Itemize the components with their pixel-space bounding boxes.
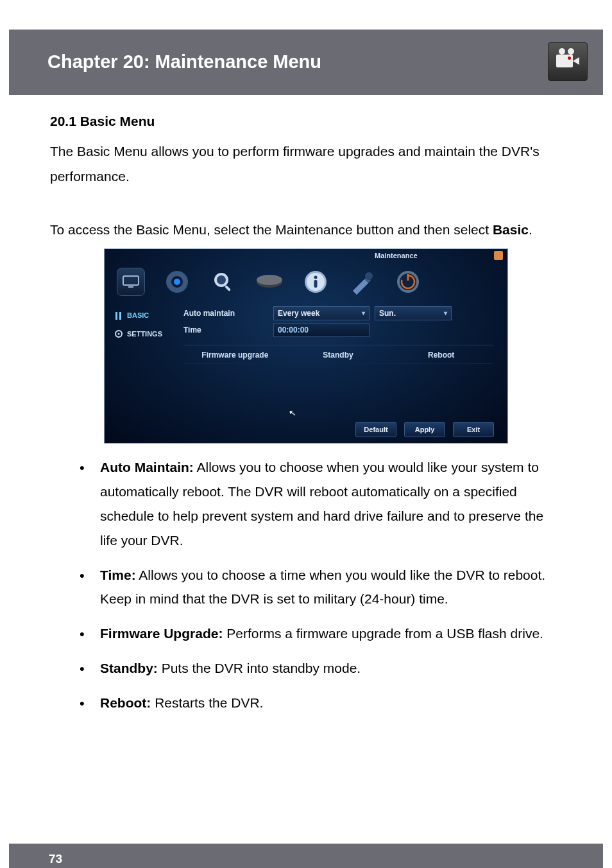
intro-paragraph-2: To access the Basic Menu, select the Mai… <box>50 218 562 243</box>
search-icon[interactable] <box>209 268 237 296</box>
bullet-term: Standby: <box>100 661 158 675</box>
auto-maintain-dropdown[interactable]: Every week ▾ <box>273 306 370 320</box>
day-dropdown[interactable]: Sun. ▾ <box>375 306 452 320</box>
form-area: Auto maintain Every week ▾ Sun. ▾ Time <box>183 305 499 338</box>
svg-point-16 <box>365 272 373 280</box>
sidebar-item-label: SETTINGS <box>127 327 162 340</box>
maintenance-icon[interactable] <box>348 268 376 296</box>
reboot-button[interactable]: Reboot <box>389 345 493 363</box>
svg-point-4 <box>174 279 180 285</box>
sidebar-item-settings[interactable]: SETTINGS <box>110 325 180 343</box>
svg-rect-1 <box>128 286 133 288</box>
svg-marker-15 <box>353 279 368 295</box>
svg-rect-13 <box>314 280 318 288</box>
section-heading: 20.1 Basic Menu <box>50 109 562 134</box>
display-icon[interactable] <box>117 268 145 296</box>
bullet-text: Puts the DVR into standby mode. <box>158 661 361 675</box>
svg-point-9 <box>257 275 282 285</box>
time-input[interactable]: 00:00:00 <box>273 323 370 337</box>
auto-maintain-label: Auto maintain <box>183 306 273 320</box>
info-icon[interactable] <box>302 268 330 296</box>
sidebar-item-label: BASIC <box>127 309 149 322</box>
maintenance-window: Maintenance <box>104 248 508 444</box>
svg-point-6 <box>217 275 226 284</box>
svg-rect-7 <box>225 285 231 291</box>
bullet-term: Firmware Upgrade: <box>100 626 223 641</box>
list-item: Firmware Upgrade: Performs a firmware up… <box>80 621 562 646</box>
svg-rect-0 <box>123 276 139 285</box>
content-area: 20.1 Basic Menu The Basic Menu allows yo… <box>0 95 612 715</box>
firmware-upgrade-button[interactable]: Firmware upgrade <box>183 345 287 363</box>
window-title: Maintenance <box>375 249 418 262</box>
power-icon[interactable] <box>394 268 422 296</box>
auto-maintain-value: Every week <box>278 306 319 320</box>
close-icon[interactable] <box>494 251 503 260</box>
list-item: Auto Maintain: Allows you to choose when… <box>80 455 562 552</box>
svg-rect-20 <box>407 274 409 281</box>
list-item: Reboot: Restarts the DVR. <box>80 691 562 715</box>
svg-point-24 <box>118 333 120 334</box>
tools-icon <box>114 311 123 320</box>
page-number: 73 <box>49 852 62 866</box>
svg-point-12 <box>314 276 318 279</box>
camcorder-icon <box>548 42 588 81</box>
chapter-header-bar: Chapter 20: Maintenance Menu <box>9 30 603 95</box>
chapter-title: Chapter 20: Maintenance Menu <box>47 51 321 73</box>
intro-p2-bold: Basic <box>493 222 529 237</box>
svg-rect-22 <box>119 312 121 320</box>
bullet-text: Allows you to choose a time when you wou… <box>100 568 545 607</box>
day-value: Sun. <box>379 306 396 320</box>
hdd-icon[interactable] <box>255 268 284 296</box>
cursor-icon: ↖ <box>287 405 298 423</box>
action-button-row: Firmware upgrade Standby Reboot <box>183 345 493 364</box>
default-button[interactable]: Default <box>355 422 396 437</box>
gear-icon <box>114 329 123 338</box>
description-list: Auto Maintain: Allows you to choose when… <box>50 455 562 715</box>
bullet-term: Reboot: <box>100 695 151 710</box>
chevron-down-icon: ▾ <box>444 308 447 320</box>
sidebar: BASIC SETTINGS <box>110 306 180 343</box>
window-titlebar: Maintenance <box>105 250 507 261</box>
document-page: Chapter 20: Maintenance Menu 20.1 Basic … <box>0 30 612 868</box>
screenshot-container: Maintenance <box>50 248 562 444</box>
bullet-term: Time: <box>100 568 136 582</box>
bullet-term: Auto Maintain: <box>100 460 194 474</box>
standby-button[interactable]: Standby <box>287 345 390 363</box>
apply-button[interactable]: Apply <box>404 422 445 437</box>
footer-button-row: Default Apply Exit <box>355 422 494 437</box>
time-value: 00:00:00 <box>278 323 309 337</box>
exit-button[interactable]: Exit <box>453 422 494 437</box>
camera-icon[interactable] <box>163 268 191 296</box>
time-label: Time <box>183 323 273 337</box>
bullet-text: Performs a firmware upgrade from a USB f… <box>223 626 543 641</box>
intro-p2-tail: . <box>529 222 532 237</box>
list-item: Standby: Puts the DVR into standby mode. <box>80 656 562 681</box>
list-item: Time: Allows you to choose a time when y… <box>80 563 562 612</box>
sidebar-item-basic[interactable]: BASIC <box>110 306 180 324</box>
intro-paragraph-1: The Basic Menu allows you to perform fir… <box>50 139 562 189</box>
top-nav-icons <box>117 264 495 300</box>
page-footer: 73 <box>9 844 603 868</box>
bullet-text: Restarts the DVR. <box>151 695 263 710</box>
chevron-down-icon: ▾ <box>362 308 365 320</box>
intro-p2-lead: To access the Basic Menu, select the Mai… <box>50 222 493 237</box>
svg-rect-21 <box>115 312 117 320</box>
